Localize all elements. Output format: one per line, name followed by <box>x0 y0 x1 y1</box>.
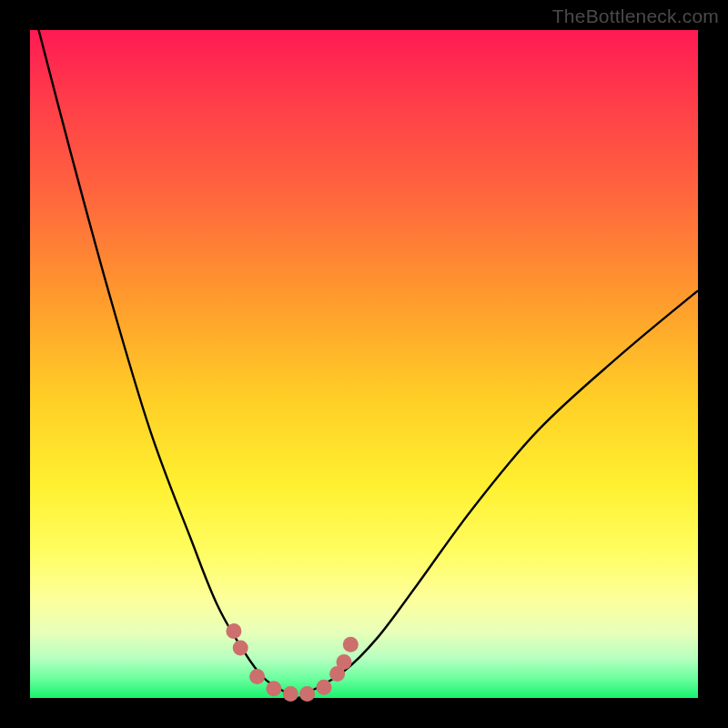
marker-dot <box>317 680 332 695</box>
marker-dot <box>266 681 281 696</box>
marker-dot <box>233 641 248 656</box>
bottleneck-curve <box>30 0 698 698</box>
marker-dot <box>283 686 298 702</box>
watermark-text: TheBottleneck.com <box>552 5 719 27</box>
marker-dot <box>226 623 241 639</box>
chart-overlay-svg <box>30 30 698 698</box>
marker-dot <box>337 654 352 670</box>
marker-group <box>226 623 358 702</box>
chart-stage: TheBottleneck.com <box>0 0 728 728</box>
marker-dot <box>299 686 315 702</box>
marker-dot <box>343 637 359 652</box>
marker-dot <box>249 669 265 684</box>
